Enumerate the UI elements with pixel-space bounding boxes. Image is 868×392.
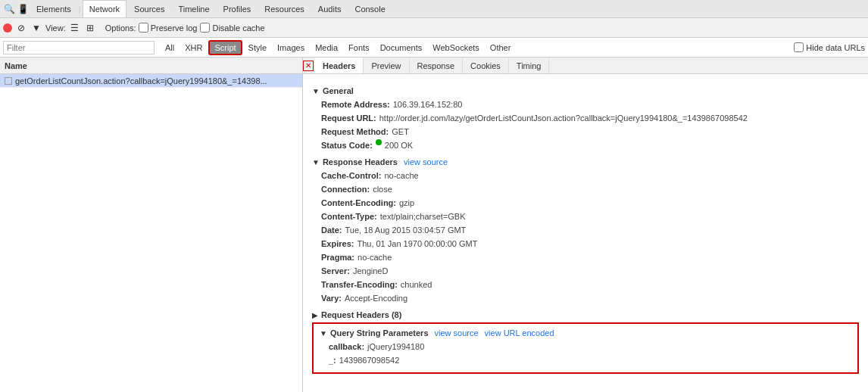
filter-other[interactable]: Other <box>486 40 516 55</box>
sub-tab-preview[interactable]: Preview <box>364 58 409 73</box>
filter-script[interactable]: Script <box>208 40 242 55</box>
server-row: Server: JengineD <box>312 265 859 277</box>
cache-control-row: Cache-Control: no-cache <box>312 170 859 182</box>
remote-address-val: 106.39.164.152:80 <box>393 98 463 110</box>
underscore-val: 1439867098542 <box>339 354 400 366</box>
general-triangle[interactable]: ▼ <box>312 87 320 95</box>
sub-tab-response[interactable]: Response <box>410 58 464 73</box>
remote-address-key: Remote Address: <box>321 98 390 110</box>
expires-row: Expires: Thu, 01 Jan 1970 00:00:00 GMT <box>312 238 859 250</box>
response-headers-view-source[interactable]: view source <box>404 157 448 166</box>
remote-address-row: Remote Address: 106.39.164.152:80 <box>312 98 859 110</box>
disable-cache-checkbox[interactable] <box>200 23 210 33</box>
left-panel: Name getOrderListCountJson.action?callba… <box>0 58 303 392</box>
hide-data-urls-option[interactable]: Hide data URLs <box>794 42 865 52</box>
detail-content: ▼ General Remote Address: 106.39.164.152… <box>303 74 868 383</box>
status-green-dot <box>376 139 382 145</box>
disable-cache-option[interactable]: Disable cache <box>200 23 264 33</box>
preserve-log-checkbox[interactable] <box>139 23 148 33</box>
filter-documents[interactable]: Documents <box>376 40 427 55</box>
sub-tab-cookies[interactable]: Cookies <box>463 58 509 73</box>
status-code-row: Status Code: 200 OK <box>312 139 859 151</box>
tab-console[interactable]: Console <box>348 0 391 17</box>
query-string-triangle[interactable]: ▼ <box>320 329 327 338</box>
transfer-encoding-row: Transfer-Encoding: chunked <box>312 278 859 291</box>
connection-val: close <box>373 183 392 195</box>
callback-key: callback: <box>329 341 364 353</box>
close-headers-icon[interactable]: ✕ <box>303 61 314 71</box>
filter-all[interactable]: All <box>161 40 179 55</box>
filter-media[interactable]: Media <box>311 40 342 55</box>
network-toolbar: ⊘ ▼ View: ☰ ⊞ Options: Preserve log Disa… <box>0 18 868 38</box>
item-name: getOrderListCountJson.action?callback=jQ… <box>15 76 267 86</box>
tab-network[interactable]: Network <box>83 0 126 17</box>
vary-val: Accept-Encoding <box>345 292 407 304</box>
vary-row: Vary: Accept-Encoding <box>312 292 859 304</box>
status-code-val: 200 OK <box>385 139 413 151</box>
request-method-key: Request Method: <box>321 126 389 138</box>
general-section-header: ▼ General <box>312 86 859 95</box>
item-checkbox <box>5 77 12 85</box>
sub-tabs: ✕ Headers Preview Response Cookies Timin… <box>303 58 868 74</box>
view-list-icon[interactable]: ☰ <box>69 22 81 34</box>
left-panel-header: Name <box>0 58 302 74</box>
filter-websockets[interactable]: WebSockets <box>428 40 484 55</box>
tab-timeline[interactable]: Timeline <box>172 0 215 17</box>
connection-key: Connection: <box>321 183 370 195</box>
tab-resources[interactable]: Resources <box>258 0 311 17</box>
response-headers-section-header: ▼ Response Headers view source <box>312 157 859 166</box>
tab-elements[interactable]: Elements <box>30 0 77 17</box>
query-string-view-url-encoded[interactable]: view URL encoded <box>485 328 554 338</box>
filter-images[interactable]: Images <box>273 40 309 55</box>
sub-tab-timing[interactable]: Timing <box>509 58 550 73</box>
callback-row: callback: jQuery1994180 <box>320 341 851 353</box>
request-headers-triangle[interactable]: ▶ <box>312 311 318 319</box>
tab-sources[interactable]: Sources <box>128 0 170 17</box>
view-detail-icon[interactable]: ⊞ <box>84 22 96 34</box>
general-title: General <box>323 86 354 95</box>
content-type-val: text/plain;charset=GBK <box>380 210 466 222</box>
callback-val: jQuery1994180 <box>367 341 424 353</box>
response-headers-triangle[interactable]: ▼ <box>312 158 320 166</box>
request-method-row: Request Method: GET <box>312 126 859 138</box>
stop-icon[interactable]: ⊘ <box>15 22 27 34</box>
tab-audits[interactable]: Audits <box>312 0 348 17</box>
expires-val: Thu, 01 Jan 1970 00:00:00 GMT <box>357 238 477 250</box>
request-url-row: Request URL: http://order.jd.com/lazy/ge… <box>312 112 859 124</box>
view-label: View: <box>45 23 66 33</box>
name-column-header: Name <box>5 61 27 70</box>
filter-input[interactable] <box>3 41 155 54</box>
date-key: Date: <box>321 224 342 236</box>
date-val: Tue, 18 Aug 2015 03:04:57 GMT <box>345 224 467 236</box>
pragma-row: Pragma: no-cache <box>312 251 859 263</box>
underscore-key: _: <box>329 354 336 366</box>
transfer-encoding-key: Transfer-Encoding: <box>321 278 398 291</box>
tab-profiles[interactable]: Profiles <box>217 0 258 17</box>
filter-style[interactable]: Style <box>244 40 271 55</box>
inspect-icon[interactable]: 🔍 <box>3 3 15 15</box>
query-string-section: ▼ Query String Parameters view source vi… <box>312 322 859 374</box>
filter-fonts[interactable]: Fonts <box>344 40 374 55</box>
top-bar: 🔍 📱 Elements | Network Sources Timeline … <box>0 0 868 18</box>
content-encoding-val: gzip <box>399 197 414 209</box>
device-icon[interactable]: 📱 <box>17 3 29 15</box>
hide-data-urls-checkbox[interactable] <box>794 42 804 52</box>
sub-tab-headers[interactable]: Headers <box>315 58 364 73</box>
underscore-row: _: 1439867098542 <box>320 354 851 366</box>
record-button[interactable] <box>3 23 12 33</box>
expires-key: Expires: <box>321 238 354 250</box>
server-key: Server: <box>321 265 350 277</box>
filter-xhr[interactable]: XHR <box>180 40 207 55</box>
request-url-key: Request URL: <box>321 112 376 124</box>
vary-key: Vary: <box>321 292 342 304</box>
query-string-header: ▼ Query String Parameters view source vi… <box>320 328 851 338</box>
transfer-encoding-val: chunked <box>401 278 432 291</box>
network-item[interactable]: getOrderListCountJson.action?callback=jQ… <box>0 74 302 88</box>
hide-data-urls-label: Hide data URLs <box>806 43 865 52</box>
preserve-log-option[interactable]: Options: Preserve log <box>105 23 198 33</box>
status-code-key: Status Code: <box>321 139 373 151</box>
filter-icon[interactable]: ▼ <box>30 22 42 34</box>
pragma-key: Pragma: <box>321 251 354 263</box>
response-headers-title: Response Headers <box>323 157 398 166</box>
query-string-view-source[interactable]: view source <box>435 328 479 338</box>
